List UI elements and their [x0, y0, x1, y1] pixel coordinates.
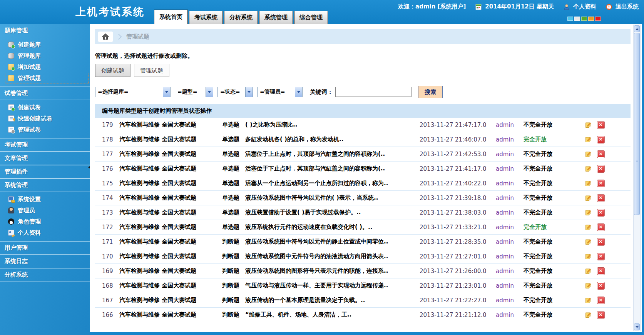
sidebar-item[interactable]: 增加试题: [5, 62, 89, 72]
theme-swatch[interactable]: [588, 17, 594, 21]
filter-select[interactable]: =管理员=: [257, 87, 303, 97]
sidebar-section-header[interactable]: 系统管理: [0, 179, 90, 192]
edit-icon[interactable]: [585, 165, 592, 172]
scrollbar-thumb[interactable]: [634, 33, 640, 215]
delete-icon[interactable]: ×: [597, 165, 605, 173]
sidebar-item[interactable]: 管理试卷: [5, 124, 89, 135]
question-type: 判断题: [222, 253, 245, 260]
delete-icon[interactable]: ×: [597, 223, 605, 231]
theme-swatch[interactable]: [581, 17, 587, 21]
toolbar-button[interactable]: 管理试题: [134, 64, 169, 77]
delete-icon[interactable]: ×: [597, 297, 605, 304]
status-label: 完全开放: [524, 223, 565, 231]
page: 上机考试系统 系统首页考试系统分析系统系统管理综合管理 欢迎：admin [系统…: [0, 0, 644, 335]
delete-icon[interactable]: ×: [597, 150, 605, 158]
delete-icon[interactable]: ×: [597, 253, 605, 260]
logout-link[interactable]: 退出系统: [616, 3, 639, 10]
profile-link[interactable]: 个人资料: [573, 3, 596, 10]
question-stem: 液压系统执行元件的运动速度在负载变化时( )。..: [245, 223, 420, 231]
table-row: 172 汽车检测与维修 全国大赛试题 单选题 液压系统执行元件的运动速度在负载变…: [95, 220, 631, 235]
delete-icon[interactable]: ×: [597, 238, 605, 246]
sidebar-item-label: 增加试题: [18, 63, 41, 71]
edit-icon[interactable]: [585, 209, 592, 216]
edit-icon[interactable]: [585, 151, 592, 158]
sidebar-item[interactable]: 管理题库: [5, 50, 89, 61]
sidebar-item[interactable]: 角色管理: [5, 216, 89, 227]
filter-select[interactable]: =题型=: [175, 87, 213, 97]
admin-name: admin: [496, 165, 524, 172]
admin-name: admin: [496, 136, 524, 143]
edit-icon[interactable]: [585, 122, 592, 128]
vertical-scrollbar[interactable]: [633, 25, 641, 331]
scroll-up-arrow-icon[interactable]: [634, 25, 640, 32]
delete-icon[interactable]: ×: [597, 282, 605, 290]
delete-icon[interactable]: ×: [597, 121, 605, 129]
nav-tab[interactable]: 综合管理: [294, 11, 328, 24]
edit-icon[interactable]: [585, 253, 592, 260]
sidebar-section-header[interactable]: 分析系统: [0, 268, 90, 282]
question-id: 174: [102, 195, 119, 202]
delete-icon[interactable]: ×: [597, 311, 605, 319]
sidebar-item-label: 创建题库: [18, 41, 41, 48]
edit-icon[interactable]: [585, 136, 592, 143]
delete-icon[interactable]: ×: [597, 136, 605, 143]
sidebar-section: 系统日志: [0, 255, 90, 268]
sidebar-item[interactable]: 个人资料: [5, 227, 89, 238]
nav-tab[interactable]: 分析系统: [224, 11, 258, 24]
question-bank: 汽车检测与维修 全国大赛试题: [119, 282, 222, 289]
edit-icon[interactable]: [585, 282, 592, 289]
scroll-down-arrow-icon[interactable]: [634, 323, 640, 330]
status-label: 不完全开放: [524, 165, 565, 172]
sidebar-section-header[interactable]: 题库管理: [0, 24, 90, 37]
sidebar-item[interactable]: 创建题库: [5, 39, 89, 50]
nav-tab[interactable]: 考试系统: [189, 11, 223, 24]
question-stem: 液压传动系统图的图形符号只表示元件的职能，连接系..: [245, 267, 420, 275]
profile-person-icon: [563, 3, 570, 10]
edit-icon[interactable]: [585, 312, 592, 318]
delete-icon[interactable]: ×: [597, 194, 605, 202]
edit-icon[interactable]: [585, 268, 592, 275]
sidebar-section-header[interactable]: 考试管理: [0, 138, 90, 152]
admin-name: admin: [496, 268, 524, 275]
sidebar-item[interactable]: 管理试题: [5, 73, 89, 83]
sidebar-item[interactable]: 快速创建试卷: [5, 113, 89, 124]
theme-swatch[interactable]: [574, 17, 580, 21]
dropdown-arrow-icon[interactable]: [206, 87, 213, 97]
breadcrumb-home[interactable]: [98, 32, 113, 42]
sidebar-section-header[interactable]: 用户管理: [0, 242, 90, 255]
admin-name: admin: [496, 282, 524, 289]
delete-icon[interactable]: ×: [597, 267, 605, 275]
sidebar-section-header[interactable]: 试卷管理: [0, 87, 90, 100]
toolbar-button[interactable]: 创建试题: [95, 64, 130, 77]
sidebar-item[interactable]: 系统设置: [5, 194, 89, 205]
question-type: 单选题: [222, 194, 245, 202]
filter-select[interactable]: =选择题库=: [95, 87, 171, 97]
edit-icon[interactable]: [585, 195, 592, 202]
dropdown-arrow-icon[interactable]: [295, 87, 302, 97]
nav-tab[interactable]: 系统首页: [154, 10, 188, 24]
delete-icon[interactable]: ×: [597, 209, 605, 217]
question-stem: “维修工具、机件、场地、人身清洁，工..: [245, 311, 420, 318]
sidebar-item[interactable]: 管理员: [5, 205, 89, 216]
dropdown-arrow-icon[interactable]: [245, 87, 253, 97]
theme-swatch[interactable]: [567, 17, 573, 21]
dropdown-arrow-icon[interactable]: [163, 87, 170, 97]
edit-icon[interactable]: [585, 297, 592, 304]
nav-tab[interactable]: 系统管理: [259, 11, 293, 24]
theme-swatch[interactable]: [595, 17, 601, 21]
sidebar-section-header[interactable]: 文章管理: [0, 152, 90, 165]
edit-icon[interactable]: [585, 238, 592, 245]
edit-icon[interactable]: [585, 180, 592, 187]
delete-icon[interactable]: ×: [597, 180, 605, 187]
question-id: 179: [102, 122, 119, 128]
sidebar-section-header[interactable]: 系统日志: [0, 255, 90, 268]
sidebar-item[interactable]: 创建试卷: [5, 102, 89, 113]
keyword-input[interactable]: [335, 87, 411, 97]
row-actions: ×: [565, 267, 624, 275]
search-button[interactable]: 搜索: [418, 86, 443, 98]
status-label: 不完全开放: [524, 209, 565, 216]
sidebar-section-header[interactable]: 管理插件: [0, 165, 90, 178]
filter-select[interactable]: =状态=: [217, 87, 253, 97]
edit-icon[interactable]: [585, 224, 592, 231]
breadcrumb: 管理试题: [95, 29, 631, 44]
